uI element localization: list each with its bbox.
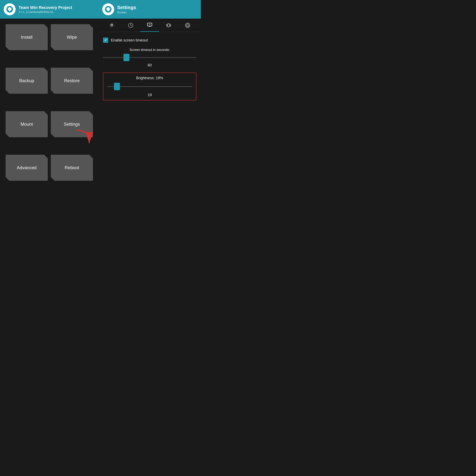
restore-button[interactable]: Restore	[51, 68, 93, 94]
screen-timeout-slider-label: Screen timeout in seconds:	[103, 48, 196, 52]
screen-timeout-checkbox[interactable]: ✓	[103, 37, 108, 43]
checkmark-icon: ✓	[104, 38, 107, 42]
tab-clock[interactable]	[121, 18, 140, 32]
backup-button[interactable]: Backup	[6, 68, 48, 94]
reboot-button[interactable]: Reboot	[51, 155, 93, 181]
settings-tabs: ⚙	[99, 18, 201, 32]
advanced-button[interactable]: Advanced	[6, 155, 48, 181]
wipe-button[interactable]: Wipe	[51, 24, 93, 50]
svg-line-10	[131, 25, 132, 26]
svg-text:⚙: ⚙	[110, 23, 113, 27]
twrp-logo-icon	[6, 6, 13, 13]
right-header-text: Settings Screen	[117, 5, 136, 14]
settings-page-subtitle: Screen	[117, 11, 136, 14]
slider-thumb-timeout[interactable]	[123, 54, 129, 61]
screen-icon	[147, 23, 152, 27]
svg-point-1	[9, 9, 10, 10]
gear-icon: ⚙	[109, 22, 115, 28]
tab-language[interactable]	[178, 18, 197, 32]
right-header: Settings Screen	[99, 0, 201, 18]
tab-general[interactable]: ⚙	[102, 18, 121, 32]
settings-button[interactable]: Settings	[51, 111, 93, 137]
brightness-label: Brightness: 19%	[107, 76, 192, 80]
vibrate-icon	[166, 23, 171, 28]
app-logo	[4, 3, 16, 15]
screen-timeout-slider[interactable]	[103, 54, 196, 61]
globe-icon	[185, 23, 190, 28]
svg-rect-16	[168, 24, 170, 27]
brightness-section: Brightness: 19% 19	[103, 72, 196, 101]
left-panel: Team Win Recovery Project 3.7.1_12-peril…	[0, 0, 99, 201]
mount-button[interactable]: Mount	[6, 111, 48, 137]
brightness-value: 19	[107, 93, 192, 97]
screen-timeout-checkbox-row[interactable]: ✓ Enable screen timeout	[103, 37, 196, 43]
brightness-slider-track	[107, 86, 192, 87]
screen-timeout-value: 60	[103, 63, 196, 67]
slider-track	[103, 57, 196, 58]
left-header: Team Win Recovery Project 3.7.1_12-peril…	[0, 0, 99, 18]
right-panel: Settings Screen ⚙	[99, 0, 201, 201]
clock-icon	[128, 23, 133, 28]
brightness-slider[interactable]	[107, 83, 192, 90]
tab-screen[interactable]	[140, 18, 159, 32]
screen-timeout-slider-section: Screen timeout in seconds: 60	[103, 48, 196, 67]
right-logo	[102, 3, 114, 15]
twrp-logo-icon-right	[104, 6, 112, 13]
settings-content: ✓ Enable screen timeout Screen timeout i…	[99, 32, 201, 201]
install-button[interactable]: Install	[6, 24, 48, 50]
app-version: 3.7.1_12-perilouspike/beta-GL	[18, 10, 72, 13]
app-title: Team Win Recovery Project	[18, 5, 72, 10]
svg-point-4	[107, 9, 109, 10]
main-button-grid: Install Wipe Backup Restore Mount Settin…	[0, 18, 99, 201]
settings-page-title: Settings	[117, 5, 136, 10]
tab-vibrate[interactable]	[159, 18, 178, 32]
slider-thumb-brightness[interactable]	[114, 83, 120, 90]
screen-timeout-label: Enable screen timeout	[111, 38, 148, 42]
left-header-text: Team Win Recovery Project 3.7.1_12-peril…	[18, 5, 72, 13]
